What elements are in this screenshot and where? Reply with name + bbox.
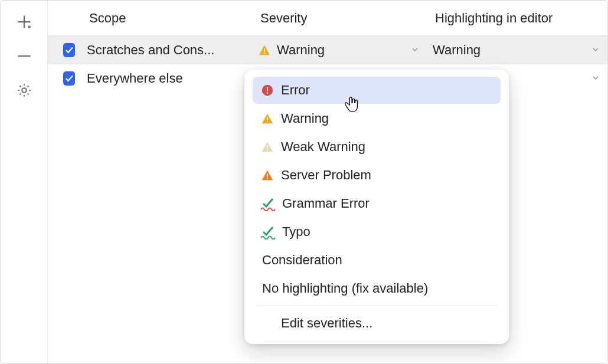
severity-option-error[interactable]: Error xyxy=(253,77,501,104)
table-row[interactable]: Scratches and Cons... Warning Warning xyxy=(48,36,607,64)
chevron-down-icon xyxy=(591,42,600,58)
svg-point-0 xyxy=(22,88,26,92)
severity-option-server-problem[interactable]: Server Problem xyxy=(253,162,501,189)
svg-point-9 xyxy=(267,149,268,150)
warning-triangle-icon xyxy=(258,44,271,57)
scope-cell: Everywhere else xyxy=(81,64,252,92)
header-check xyxy=(48,1,81,35)
severity-option-label: No highlighting (fix available) xyxy=(262,281,428,296)
checkbox-cell[interactable] xyxy=(48,64,81,92)
severity-option-label: Warning xyxy=(281,111,329,126)
svg-rect-10 xyxy=(267,173,268,177)
header-severity: Severity xyxy=(252,1,427,35)
header-highlighting: Highlighting in editor xyxy=(427,1,607,35)
svg-point-5 xyxy=(267,92,269,94)
severity-option-grammar-error[interactable]: Grammar Error xyxy=(253,190,501,217)
severity-cell[interactable]: Warning xyxy=(252,36,427,64)
checkbox-checked-icon[interactable] xyxy=(63,71,75,86)
svg-rect-4 xyxy=(267,87,268,91)
svg-rect-8 xyxy=(267,145,268,149)
severity-option-no-highlighting[interactable]: No highlighting (fix available) xyxy=(253,275,501,302)
gear-icon xyxy=(16,82,32,99)
header-scope: Scope xyxy=(81,1,252,35)
grammar-error-icon xyxy=(261,196,275,211)
divider xyxy=(256,306,497,306)
edit-severities-button[interactable]: Edit severities... xyxy=(253,310,501,337)
left-rail xyxy=(1,1,48,363)
severity-option-label: Error xyxy=(281,83,310,98)
severity-option-typo[interactable]: Typo xyxy=(253,218,501,245)
edit-severities-label: Edit severities... xyxy=(281,316,372,331)
severity-option-consideration[interactable]: Consideration xyxy=(253,247,501,274)
severity-option-label: Consideration xyxy=(262,252,342,268)
severity-option-label: Grammar Error xyxy=(282,196,370,211)
svg-rect-1 xyxy=(264,48,265,52)
severity-option-label: Typo xyxy=(282,224,310,240)
scope-text: Everywhere else xyxy=(87,71,183,86)
chevron-down-icon xyxy=(591,71,600,86)
settings-button[interactable] xyxy=(12,78,36,102)
table-header: Scope Severity Highlighting in editor xyxy=(48,1,607,36)
severity-option-warning[interactable]: Warning xyxy=(253,105,501,132)
server-problem-triangle-icon xyxy=(261,169,274,182)
error-circle-icon xyxy=(261,84,274,97)
remove-icon xyxy=(16,48,32,64)
severity-label: Warning xyxy=(277,42,325,58)
chevron-down-icon xyxy=(410,42,420,58)
scope-cell: Scratches and Cons... xyxy=(81,36,252,64)
svg-rect-6 xyxy=(267,117,268,120)
remove-scope-button[interactable] xyxy=(12,44,36,68)
warning-triangle-icon xyxy=(261,112,274,125)
typo-icon xyxy=(261,225,275,239)
weak-warning-triangle-icon xyxy=(261,140,274,153)
severity-option-label: Server Problem xyxy=(281,168,371,183)
severity-option-label: Weak Warning xyxy=(281,139,365,155)
add-scope-button[interactable] xyxy=(12,10,36,34)
severity-option-weak-warning[interactable]: Weak Warning xyxy=(253,133,501,160)
severity-dropdown[interactable]: Error Warning Weak Warning Server Proble… xyxy=(244,70,509,344)
svg-point-7 xyxy=(267,121,268,122)
svg-point-11 xyxy=(267,178,268,179)
checkbox-checked-icon[interactable] xyxy=(63,43,75,57)
svg-point-2 xyxy=(264,52,265,53)
highlighting-label: Warning xyxy=(433,42,480,58)
scope-text: Scratches and Cons... xyxy=(87,42,214,58)
checkbox-cell[interactable] xyxy=(48,36,81,64)
add-icon xyxy=(16,14,32,30)
highlighting-cell[interactable]: Warning xyxy=(427,36,607,64)
